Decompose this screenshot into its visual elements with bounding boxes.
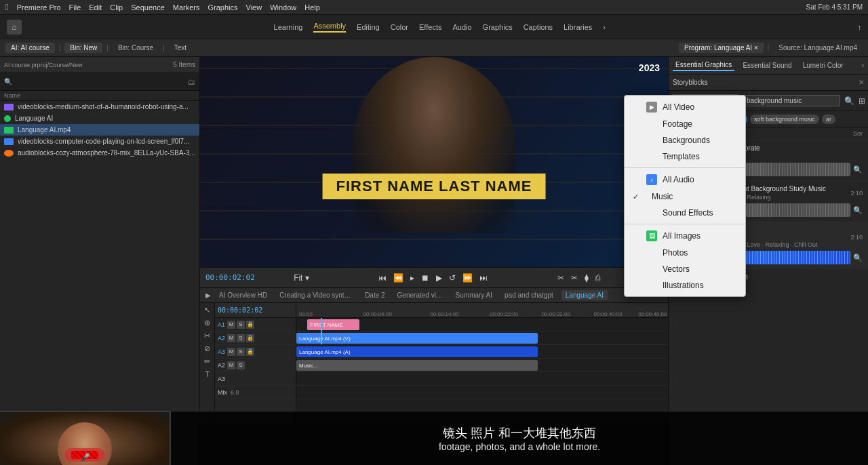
waveform-search-3[interactable]: 🔍 xyxy=(853,254,863,262)
panel-tab-program[interactable]: Program: Language AI × xyxy=(679,43,764,53)
timeline-tab-synthesis[interactable]: Creating a Video synthesis xyxy=(275,290,357,300)
fast-forward-button[interactable]: ⏭ xyxy=(478,272,489,284)
tab-editing[interactable]: Editing xyxy=(357,23,380,31)
step-forward-button[interactable]: ⏩ xyxy=(461,272,474,284)
dropdown-item-templates[interactable]: Templates xyxy=(625,148,745,165)
clip-music[interactable]: Music... xyxy=(296,360,538,371)
storyblocks-search-input[interactable] xyxy=(742,95,840,106)
tab-lumetri-color[interactable]: Lumetri Color xyxy=(800,60,846,70)
menu-edit[interactable]: Edit xyxy=(89,3,102,12)
tag-ar[interactable]: ar xyxy=(822,115,835,124)
mark-in-button[interactable]: ✂ xyxy=(556,272,566,284)
list-item[interactable]: Language AI.mp4 xyxy=(0,124,199,136)
right-panel-more[interactable]: › xyxy=(862,62,864,69)
mark-out-button[interactable]: ✂ xyxy=(570,272,579,284)
tool-selection[interactable]: ↖ xyxy=(204,306,210,315)
dropdown-item-photos[interactable]: Photos xyxy=(625,245,745,261)
tab-learning[interactable]: Learning xyxy=(274,23,303,31)
track-row-v1[interactable]: Language AI.mp4 (V) xyxy=(296,331,668,345)
tool-type[interactable]: T xyxy=(205,370,210,378)
timeline-tab-summary[interactable]: Summary AI xyxy=(452,290,496,300)
panel-tab-bin-new[interactable]: Bin: New xyxy=(64,43,102,53)
tab-assembly[interactable]: Assembly xyxy=(313,22,346,33)
panel-tab-ai-course[interactable]: AI: AI course xyxy=(5,43,55,53)
export-frame-button[interactable]: ⎙ xyxy=(594,272,601,284)
tag-soft-bg[interactable]: soft background music xyxy=(750,115,819,124)
clip-language-ai-video[interactable]: Language AI.mp4 (V) xyxy=(296,333,538,344)
timeline-tab-pad[interactable]: pad and chatgpt xyxy=(500,290,557,300)
timeline-tab-date[interactable]: Date 2 xyxy=(361,290,389,300)
panel-tab-source[interactable]: Source: Language AI.mp4 xyxy=(773,43,863,53)
dropdown-item-all-video[interactable]: ▶ All Video xyxy=(625,98,745,116)
dropdown-item-backgrounds[interactable]: Backgrounds xyxy=(625,132,745,148)
share-icon[interactable]: ↑ xyxy=(858,23,862,31)
track-v2-mute[interactable]: M xyxy=(227,321,235,329)
dropdown-item-illustrations[interactable]: Illustrations xyxy=(625,277,745,294)
dropdown-item-all-images[interactable]: 🖼 All Images xyxy=(625,227,745,245)
tool-forward[interactable]: ⊕ xyxy=(204,319,210,327)
step-back-button[interactable]: ⏪ xyxy=(392,272,405,284)
tab-effects[interactable]: Effects xyxy=(419,23,441,31)
dropdown-item-sound-effects[interactable]: Sound Effects xyxy=(625,205,745,221)
waveform-search-2[interactable]: 🔍 xyxy=(853,206,863,215)
tab-essential-graphics[interactable]: Essential Graphics xyxy=(673,60,734,71)
menu-view[interactable]: View xyxy=(246,3,262,12)
play-button[interactable]: ▶ xyxy=(435,272,443,284)
menu-graphics[interactable]: Graphics xyxy=(208,3,237,12)
new-bin-icon[interactable]: 🗂 xyxy=(188,78,195,86)
dropdown-item-all-audio[interactable]: ♪ All Audio xyxy=(625,171,745,188)
panel-tab-text[interactable]: Text xyxy=(169,43,192,53)
timeline-tab-generated[interactable]: Generated video & creating a Template xyxy=(393,290,448,300)
track-v1-lock[interactable]: 🔒 xyxy=(246,334,254,342)
tool-slip[interactable]: ⊘ xyxy=(204,344,210,353)
menu-file[interactable]: File xyxy=(69,3,81,12)
list-item[interactable]: videoblocks-computer-code-playing-on-lcd… xyxy=(0,136,199,147)
play-stop-button[interactable]: ⏹ xyxy=(420,272,431,284)
dropdown-item-music[interactable]: ✓ Music xyxy=(625,188,745,205)
track-row-a2[interactable]: Music... xyxy=(296,359,668,372)
list-item[interactable]: Language AI xyxy=(0,113,199,124)
track-a1-solo[interactable]: S xyxy=(237,348,245,356)
fit-dropdown[interactable]: Fit ▾ xyxy=(292,272,311,284)
list-item[interactable]: audioblocks-cozy-atmosphere-78-mix_8ELLa… xyxy=(0,147,199,159)
tab-audio[interactable]: Audio xyxy=(452,23,471,31)
clip-first-name[interactable]: FIRST NAME xyxy=(307,319,359,330)
clip-language-ai-audio[interactable]: Language AI.mp4 (A) xyxy=(296,346,538,357)
tab-libraries[interactable]: Libraries xyxy=(564,23,592,31)
waveform-search-1[interactable]: 🔍 xyxy=(853,165,863,174)
tab-essential-sound[interactable]: Essential Sound xyxy=(740,60,794,70)
home-button[interactable]: ⌂ xyxy=(7,20,22,35)
tab-color[interactable]: Color xyxy=(391,23,408,31)
dropdown-item-vectors[interactable]: Vectors xyxy=(625,261,745,277)
tab-graphics[interactable]: Graphics xyxy=(483,23,513,31)
project-search-input[interactable] xyxy=(15,78,185,85)
storyblocks-grid-icon[interactable]: ⊞ xyxy=(859,96,865,106)
track-v1-mute[interactable]: M xyxy=(227,334,235,342)
storyblocks-close-icon[interactable]: ✕ xyxy=(859,79,864,86)
track-row-v2[interactable]: FIRST NAME xyxy=(296,318,668,331)
track-a1-mute[interactable]: M xyxy=(227,348,235,356)
menu-clip[interactable]: Clip xyxy=(110,3,123,12)
track-a2-solo[interactable]: S xyxy=(237,361,245,369)
timeline-expand-icon[interactable]: ▶ xyxy=(205,291,211,299)
panel-tab-bin-course[interactable]: Bin: Course xyxy=(113,43,159,53)
step-forward-small[interactable]: ▸ xyxy=(409,272,416,284)
track-a2-mute[interactable]: M xyxy=(227,361,235,369)
list-item[interactable]: videoblocks-medium-shot-of-a-humanoid-ro… xyxy=(0,101,199,113)
tab-captions[interactable]: Captions xyxy=(524,23,553,31)
timeline-tab-language-ai[interactable]: Language AI xyxy=(561,290,608,300)
menu-markers[interactable]: Markers xyxy=(173,3,200,12)
track-row-a3[interactable] xyxy=(296,372,668,386)
track-a1-lock[interactable]: 🔒 xyxy=(246,348,254,356)
rewind-button[interactable]: ⏮ xyxy=(377,272,388,284)
storyblocks-search-button[interactable]: 🔍 xyxy=(843,95,856,107)
track-row-a1[interactable]: Language AI.mp4 (A) xyxy=(296,345,668,359)
menu-sequence[interactable]: Sequence xyxy=(131,3,165,12)
track-v2-lock[interactable]: 🔒 xyxy=(246,321,254,329)
tab-more[interactable]: › xyxy=(603,23,606,31)
timeline-tab-overview[interactable]: AI Overview HD xyxy=(215,290,271,300)
dropdown-item-footage[interactable]: Footage xyxy=(625,116,745,132)
tool-pen[interactable]: ✏ xyxy=(204,357,210,366)
track-v1-solo[interactable]: S xyxy=(237,334,245,342)
track-v2-solo[interactable]: S xyxy=(237,321,245,329)
